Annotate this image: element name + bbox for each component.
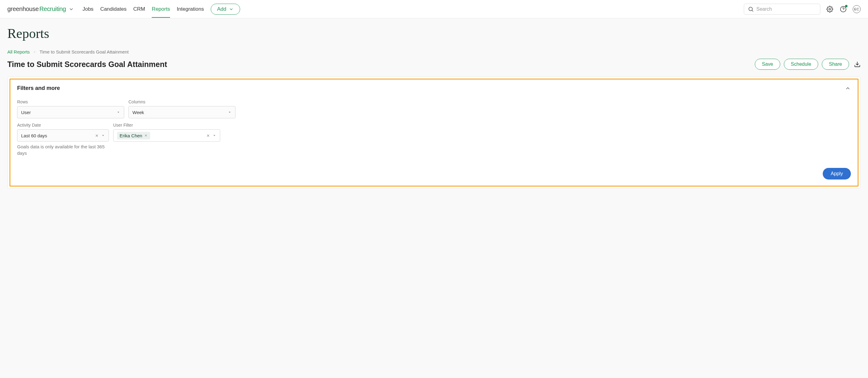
apply-row: Apply <box>17 168 851 180</box>
add-button-label: Add <box>217 6 226 12</box>
activity-date-label: Activity Date <box>17 123 109 128</box>
activity-date-select[interactable]: Last 60 days <box>17 129 109 141</box>
help-button[interactable] <box>839 5 847 13</box>
svg-marker-10 <box>102 135 104 136</box>
topbar: greenhouse Recruiting Jobs Candidates CR… <box>0 0 868 18</box>
add-button[interactable]: Add <box>211 4 240 15</box>
filters-row-1: Rows User Columns Week <box>17 99 851 118</box>
topbar-right: EC <box>744 4 861 15</box>
caret-down-icon <box>213 134 216 137</box>
rows-field: Rows User <box>17 99 124 118</box>
columns-select[interactable]: Week <box>128 106 236 118</box>
chevron-down-icon <box>229 7 234 11</box>
brand-part1: greenhouse <box>7 5 39 12</box>
apply-button[interactable]: Apply <box>823 168 851 180</box>
brand-logo: greenhouse Recruiting <box>7 5 66 12</box>
settings-button[interactable] <box>826 5 834 13</box>
search-field[interactable] <box>744 4 820 15</box>
breadcrumb-root[interactable]: All Reports <box>7 49 30 55</box>
columns-label: Columns <box>128 99 236 104</box>
svg-marker-15 <box>214 135 215 136</box>
gear-icon <box>827 6 833 12</box>
primary-nav: Jobs Candidates CRM Reports Integrations <box>83 1 204 18</box>
brand-part2: Recruiting <box>39 5 66 12</box>
notification-dot <box>845 5 847 7</box>
caret-down-icon <box>117 111 120 114</box>
nav-reports[interactable]: Reports <box>152 1 170 18</box>
schedule-button[interactable]: Schedule <box>784 59 818 70</box>
page-title: Reports <box>7 26 861 41</box>
user-filter-select[interactable]: Erika Chen <box>113 129 220 141</box>
report-title: Time to Submit Scorecards Goal Attainmen… <box>7 60 167 69</box>
user-filter-chip: Erika Chen <box>117 132 150 139</box>
share-button[interactable]: Share <box>822 59 849 70</box>
caret-down-icon <box>101 134 105 137</box>
activity-date-field: Activity Date Last 60 days Goals dat <box>17 123 109 156</box>
user-avatar[interactable]: EC <box>853 5 861 13</box>
activity-date-value: Last 60 days <box>21 133 47 138</box>
svg-marker-6 <box>118 112 119 113</box>
report-actions: Save Schedule Share <box>755 59 861 70</box>
filters-header[interactable]: Filters and more <box>17 85 851 91</box>
breadcrumb-current: Time to Submit Scorecards Goal Attainmen… <box>39 49 128 55</box>
chevron-down-icon <box>68 6 74 12</box>
chip-remove-icon[interactable] <box>144 134 148 137</box>
svg-line-1 <box>752 10 753 11</box>
nav-crm[interactable]: CRM <box>133 1 145 18</box>
chevron-up-icon <box>845 85 851 91</box>
nav-integrations[interactable]: Integrations <box>177 1 204 18</box>
svg-point-3 <box>840 6 846 11</box>
user-filter-field: User Filter Erika Chen <box>113 123 220 156</box>
svg-point-0 <box>749 7 752 11</box>
brand-switcher[interactable]: greenhouse Recruiting <box>7 5 74 12</box>
breadcrumb: All Reports Time to Submit Scorecards Go… <box>7 49 861 55</box>
rows-select[interactable]: User <box>17 106 124 118</box>
svg-point-2 <box>829 8 831 10</box>
user-filter-chip-label: Erika Chen <box>120 133 142 138</box>
nav-candidates[interactable]: Candidates <box>100 1 127 18</box>
page-body: Reports All Reports Time to Submit Score… <box>0 18 868 378</box>
rows-label: Rows <box>17 99 124 104</box>
nav-jobs[interactable]: Jobs <box>83 1 94 18</box>
search-icon <box>748 6 754 12</box>
report-header: Time to Submit Scorecards Goal Attainmen… <box>7 59 861 70</box>
filters-row-2: Activity Date Last 60 days Goals dat <box>17 123 851 156</box>
caret-down-icon <box>228 111 231 114</box>
avatar-initials: EC <box>854 7 859 11</box>
download-icon <box>854 61 861 68</box>
columns-value: Week <box>132 110 144 115</box>
filters-card: Filters and more Rows User Columns <box>9 78 859 187</box>
chevron-right-icon <box>33 50 36 54</box>
rows-value: User <box>21 110 31 115</box>
download-button[interactable] <box>854 61 861 68</box>
filters-title: Filters and more <box>17 85 60 91</box>
activity-helper-text: Goals data is only available for the las… <box>17 144 109 156</box>
user-filter-label: User Filter <box>113 123 220 128</box>
search-input[interactable] <box>756 6 817 12</box>
save-button[interactable]: Save <box>755 59 780 70</box>
filters-panel: Filters and more Rows User Columns <box>7 76 861 189</box>
columns-field: Columns Week <box>128 99 236 118</box>
svg-marker-7 <box>229 112 230 113</box>
clear-icon[interactable] <box>206 134 210 137</box>
clear-icon[interactable] <box>95 134 99 137</box>
